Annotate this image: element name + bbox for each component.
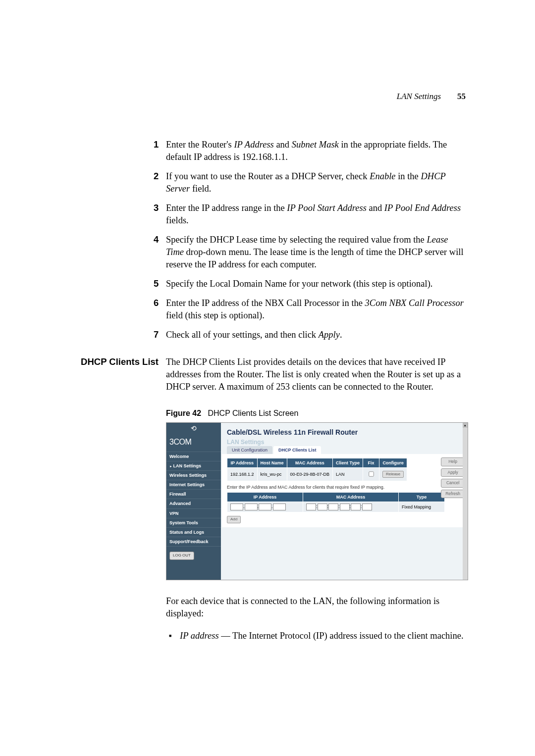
body-paragraph: The DHCP Clients List provides details o… [166,356,466,393]
step-item: Enter the Router's IP Address and Subnet… [166,139,466,163]
term: Subnet Mask [292,140,339,150]
fixed-mapping-table: IP Address MAC Address Type ... ::::: Fi [227,492,445,512]
tab-dhcp-clients[interactable]: DHCP Clients List [273,446,321,454]
text: If you want to use the Router as a DHCP … [166,171,370,181]
sidebar-item-advanced[interactable]: Advanced [166,499,221,508]
text: . [340,330,342,340]
col-mac2: MAC Address [303,492,399,502]
text: drop-down menu. The lease time is the le… [166,247,464,269]
ip-octet-input[interactable] [230,504,243,510]
list-item: IP address — The Internet Protocol (IP) … [179,630,466,642]
text: Specify the DHCP Lease time by selecting… [166,235,427,245]
term: IP Address [234,140,273,150]
sidebar-item-vpn[interactable]: VPN [166,509,221,518]
router-title: Cable/DSL Wireless 11n Firewall Router [221,423,468,438]
table-row: ... ::::: Fixed Mapping [227,502,445,512]
term: IP address [180,631,219,641]
ip-octet-input[interactable] [245,504,258,510]
cancel-button[interactable]: Cancel [441,479,465,487]
term: IP Pool End Address [384,203,461,213]
text: in the [396,171,421,181]
type-cell: Fixed Mapping [399,502,445,512]
figure-title: DHCP Clients List Screen [208,409,298,417]
help-button[interactable]: Help [441,457,465,466]
bullet-list: IP address — The Internet Protocol (IP) … [166,630,466,642]
col-ip: IP Address [227,458,258,468]
text: — The Internet Protocol (IP) address iss… [219,631,464,641]
text: Enter the IP address range in the [166,203,287,213]
brand-logo: 3COM [166,437,221,452]
step-item: Specify the DHCP Lease time by selecting… [166,234,466,271]
body-paragraph: For each device that is connected to the… [166,595,466,620]
fixed-mapping-hint: Enter the IP Address and MAC Address for… [227,484,462,490]
text: fields. [166,215,189,225]
step-item: Enter the IP address of the NBX Call Pro… [166,297,466,322]
brand-icon: ⟲ [166,423,221,437]
table-row: 192.168.1.2 kris_wu-pc 00-E0-29-8B-07-DB… [227,468,407,481]
text: field (this step is optional). [166,310,265,320]
ip-input-cell: ... [227,502,303,512]
ip-octet-input[interactable] [273,504,286,510]
cell-clienttype: LAN [333,468,363,481]
apply-button[interactable]: Apply [441,468,465,477]
sidebar-item-system[interactable]: System Tools [166,518,221,528]
logout-button[interactable]: LOG OUT [169,552,194,560]
refresh-button[interactable]: Refresh [441,490,465,498]
text: field. [190,184,211,194]
col-host: Host Name [257,458,287,468]
sidebar-item-welcome[interactable]: Welcome [166,452,221,461]
section-heading: DHCP Clients List [74,356,159,368]
term: IP Pool Start Address [287,203,367,213]
scrollbar[interactable]: ▴ [463,423,468,580]
ip-octet-input[interactable] [259,504,271,510]
cell-mac: 00-E0-29-8B-07-DB [287,468,333,481]
text: Specify the Local Domain Name for your n… [166,279,432,289]
step-item: Specify the Local Domain Name for your n… [166,278,466,290]
term: Enable [370,171,395,181]
sidebar-item-lan[interactable]: LAN Settings [166,461,221,471]
step-item: Enter the IP address range in the IP Poo… [166,202,466,227]
page-number: 55 [457,92,466,101]
mac-octet-input[interactable] [328,504,338,510]
term: 3Com NBX Call Processor [365,298,464,308]
cell-ip: 192.168.1.2 [227,468,258,481]
panel-body: IP Address Host Name MAC Address Client … [222,454,467,527]
sidebar-item-internet[interactable]: Internet Settings [166,480,221,490]
text: Check all of your settings, and then cli… [166,330,319,340]
step-item: If you want to use the Router as a DHCP … [166,170,466,195]
fix-checkbox[interactable] [369,472,374,477]
text: Enter the Router's [166,140,234,150]
col-fix: Fix [363,458,379,468]
figure-caption: Figure 42 DHCP Clients List Screen [166,408,466,419]
col-clienttype: Client Type [333,458,363,468]
sidebar-item-status[interactable]: Status and Logs [166,528,221,537]
running-header: LAN Settings [397,92,441,101]
main-panel: Cable/DSL Wireless 11n Firewall Router L… [221,423,468,580]
col-configure: Configure [379,458,407,468]
tab-bar: Unit Configuration DHCP Clients List [221,446,468,454]
mac-octet-input[interactable] [362,504,372,510]
release-button[interactable]: Release [382,471,404,478]
screenshot-dhcp-clients: ⟲ 3COM Welcome LAN Settings Wireless Set… [166,422,468,580]
mac-octet-input[interactable] [351,504,361,510]
sidebar-item-support[interactable]: Support/Feedback [166,537,221,547]
page-subtitle: LAN Settings [221,438,468,446]
term: Apply [319,330,340,340]
sidebar: ⟲ 3COM Welcome LAN Settings Wireless Set… [166,423,221,580]
cell-host: kris_wu-pc [257,468,287,481]
sidebar-item-wireless[interactable]: Wireless Settings [166,471,221,480]
scroll-up-icon[interactable]: ▴ [463,423,468,428]
mac-octet-input[interactable] [306,504,316,510]
add-button[interactable]: Add [227,516,241,523]
text: Enter the IP address of the NBX Call Pro… [166,298,365,308]
mac-octet-input[interactable] [318,504,327,510]
mac-octet-input[interactable] [340,504,350,510]
col-ip2: IP Address [227,492,303,502]
tab-unit-config[interactable]: Unit Configuration [227,446,272,454]
clients-table: IP Address Host Name MAC Address Client … [227,458,407,481]
sidebar-item-firewall[interactable]: Firewall [166,490,221,499]
step-list: Enter the Router's IP Address and Subnet… [166,139,466,341]
figure-label: Figure 42 [166,409,201,417]
cell-configure: Release [379,468,407,481]
step-item: Check all of your settings, and then cli… [166,329,466,341]
